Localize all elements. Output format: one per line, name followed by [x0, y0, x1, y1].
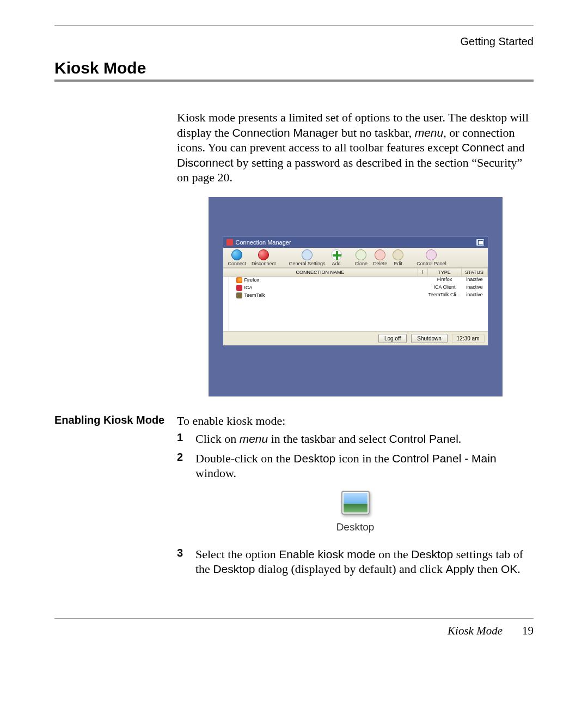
step3-ok: OK	[501, 563, 517, 575]
step2-text: icon in the	[335, 451, 392, 465]
control-panel-label: Control Panel	[416, 261, 446, 266]
window-titlebar: Connection Manager	[223, 237, 488, 248]
edit-button[interactable]: Edit	[390, 249, 406, 266]
connection-manager-window: Connection Manager Connect Disconnect Ge…	[223, 236, 488, 346]
table-header: CONNECTION NAME / TYPE STATUS	[223, 268, 488, 277]
page-footer: Kiosk Mode 19	[54, 624, 534, 638]
intro-connect-word: Connect	[462, 141, 504, 154]
desktop-icon-figure: Desktop	[177, 491, 534, 533]
delete-label: Delete	[373, 261, 387, 266]
edit-icon	[393, 249, 403, 260]
add-label: Add	[332, 261, 341, 266]
row-status: inactive	[462, 277, 488, 284]
step1-text: .	[458, 432, 462, 446]
section-title: Kiosk Mode	[54, 59, 534, 77]
row-type: Firefox	[428, 277, 462, 284]
general-settings-button[interactable]: General Settings	[286, 249, 328, 266]
col-connection-name[interactable]: CONNECTION NAME	[223, 268, 418, 276]
intro-paragraph: Kiosk mode presents a limited set of opt…	[177, 110, 534, 185]
intro-disconnect-word: Disconnect	[177, 156, 234, 169]
intro-connection-manager: Connection Manager	[232, 126, 338, 139]
row-name: Firefox	[244, 277, 260, 283]
step3-text: on the	[376, 547, 411, 561]
step3-text: .	[517, 562, 520, 576]
header-rule	[54, 25, 534, 26]
step-number: 1	[177, 431, 195, 447]
col-type[interactable]: TYPE	[428, 268, 462, 276]
row-type: ICA Client	[428, 284, 462, 291]
col-sort-indicator[interactable]: /	[418, 268, 428, 276]
add-button[interactable]: Add	[328, 249, 345, 266]
step3-enable-kiosk: Enable kiosk mode	[279, 548, 375, 560]
shutdown-button[interactable]: Shutdown	[411, 334, 447, 343]
enabling-heading: Enabling Kiosk Mode	[54, 413, 166, 427]
step3-desktop2: Desktop	[213, 563, 255, 575]
list-item: 1 Click on menu in the taskbar and selec…	[177, 431, 534, 447]
step3-text: dialog (displayed by default) and click	[255, 562, 445, 576]
step1-text: in the taskbar and select	[268, 432, 389, 446]
connection-list: Firefox Firefox inactive ICA ICA Client …	[223, 277, 488, 331]
step3-apply: Apply	[446, 563, 475, 575]
edit-label: Edit	[394, 261, 402, 266]
clone-button[interactable]: Clone	[352, 249, 371, 266]
step2-cp-main: Control Panel - Main	[392, 452, 496, 465]
col-status[interactable]: STATUS	[462, 268, 488, 276]
step1-text: Click on	[195, 432, 240, 446]
row-name: TeemTalk	[244, 292, 265, 298]
window-title: Connection Manager	[236, 239, 291, 246]
step-number: 3	[177, 547, 195, 577]
enable-lead: To enable kiosk mode:	[177, 413, 534, 429]
window-icon	[226, 239, 233, 246]
ica-icon	[236, 285, 242, 291]
firefox-icon	[236, 277, 242, 283]
general-settings-label: General Settings	[289, 261, 326, 266]
list-item: 2 Double-click on the Desktop icon in th…	[177, 451, 534, 481]
step3-text: then	[474, 562, 501, 576]
step3-desktop: Desktop	[411, 548, 453, 560]
control-panel-button[interactable]: Control Panel	[414, 249, 449, 266]
disconnect-label: Disconnect	[252, 261, 276, 266]
intro-text: but no taskbar,	[338, 126, 414, 139]
connect-label: Connect	[228, 261, 247, 266]
list-item: 3 Select the option Enable kiosk mode on…	[177, 547, 534, 577]
footer-page-number: 19	[522, 624, 534, 638]
chapter-header: Getting Started	[54, 35, 534, 48]
clone-icon	[356, 249, 366, 260]
logoff-button[interactable]: Log off	[378, 334, 407, 343]
delete-button[interactable]: Delete	[370, 249, 390, 266]
control-panel-icon	[426, 249, 437, 260]
step-number: 2	[177, 451, 195, 481]
stop-icon	[258, 249, 269, 260]
table-row[interactable]: ICA ICA Client inactive	[223, 284, 488, 292]
play-icon	[231, 249, 242, 260]
row-status: inactive	[462, 292, 488, 299]
connect-button[interactable]: Connect	[225, 249, 249, 266]
intro-menu-word: menu	[415, 126, 444, 139]
step2-text: window.	[195, 466, 236, 480]
step1-menu: menu	[240, 432, 268, 445]
desktop-icon	[341, 491, 370, 515]
footer-rule	[54, 618, 534, 619]
toolbar: Connect Disconnect General Settings Add …	[223, 248, 488, 268]
desktop-icon-label: Desktop	[177, 521, 534, 533]
step2-text: Double-click on the	[195, 451, 293, 465]
settings-icon	[302, 249, 313, 260]
intro-text: and	[504, 141, 524, 154]
step2-desktop: Desktop	[293, 452, 335, 465]
table-row[interactable]: Firefox Firefox inactive	[223, 277, 488, 284]
plus-icon	[331, 249, 342, 260]
maximize-button[interactable]	[476, 239, 485, 246]
kiosk-desktop-figure: Connection Manager Connect Disconnect Ge…	[209, 197, 503, 396]
disconnect-button[interactable]: Disconnect	[249, 249, 279, 266]
clone-label: Clone	[355, 261, 368, 266]
step3-text: Select the option	[195, 547, 279, 561]
table-row[interactable]: TeemTalk TeemTalk Cli… inactive	[223, 292, 488, 300]
step1-control-panel: Control Panel	[389, 432, 458, 445]
footer-section-name: Kiosk Mode	[448, 624, 503, 638]
section-rule	[54, 80, 534, 82]
row-name: ICA	[244, 285, 253, 290]
window-statusbar: Log off Shutdown 12:30 am	[223, 331, 488, 345]
row-status: inactive	[462, 284, 488, 291]
teemtalk-icon	[236, 292, 242, 298]
delete-icon	[375, 249, 385, 260]
